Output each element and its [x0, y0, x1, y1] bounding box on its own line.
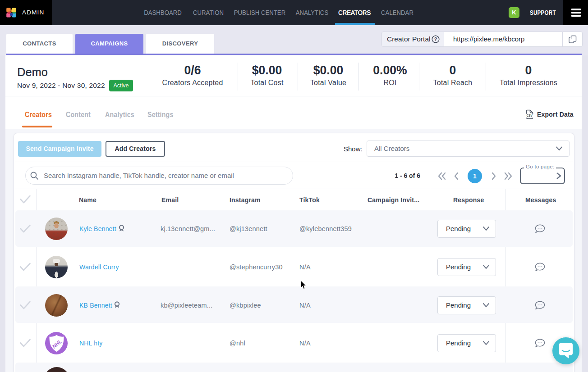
svg-text:?: ? — [434, 36, 437, 42]
svg-text:CSV: CSV — [527, 114, 533, 117]
